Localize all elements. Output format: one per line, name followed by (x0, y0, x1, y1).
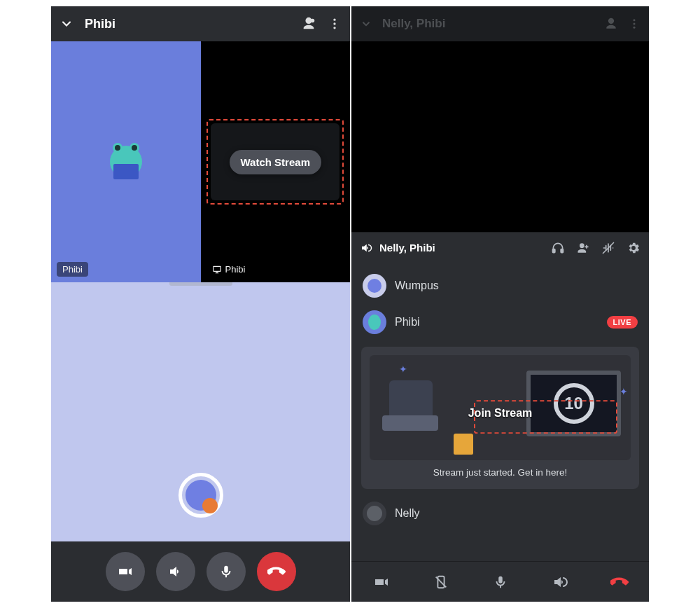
drag-handle-icon[interactable] (169, 282, 232, 286)
hangup-button[interactable] (257, 552, 296, 591)
member-name: Phibi (395, 316, 420, 329)
speaker-icon[interactable] (547, 574, 573, 590)
call-header: Phibi (51, 6, 350, 41)
member-row-phibi[interactable]: Phibi LIVE (361, 306, 639, 338)
call-title: Phibi (85, 17, 115, 32)
stream-user-name: Phibi (225, 264, 246, 275)
add-user-icon[interactable] (576, 241, 590, 255)
watch-stream-label: Watch Stream (241, 156, 310, 168)
dimmed-call-header: Nelly, Phibi (351, 6, 649, 41)
stream-message: Stream just started. Get in here! (433, 467, 567, 478)
settings-gear-icon[interactable] (626, 241, 640, 255)
member-row-nelly[interactable]: Nelly (361, 497, 639, 530)
svg-point-3 (333, 27, 335, 29)
camera-button[interactable] (106, 552, 145, 591)
join-stream-label: Join Stream (468, 407, 533, 419)
svg-rect-11 (553, 249, 555, 252)
member-row-wumpus[interactable]: Wumpus (361, 270, 639, 302)
voice-channel-header: Nelly, Phibi (351, 232, 649, 263)
participant-tile-self[interactable] (51, 282, 350, 541)
avatar-icon (363, 310, 386, 334)
mic-button[interactable] (206, 552, 246, 591)
stream-tile[interactable]: Watch Stream Phibi (201, 41, 351, 282)
mic-icon[interactable] (488, 574, 513, 590)
voice-channel-title: Nelly, Phibi (379, 242, 435, 254)
speaker-button[interactable] (156, 552, 195, 591)
participant-name-pill: Phibi (57, 262, 88, 277)
live-badge: LIVE (607, 316, 638, 329)
voice-action-bar (351, 561, 649, 602)
svg-point-0 (311, 19, 315, 23)
member-name: Nelly (395, 507, 420, 520)
svg-point-8 (634, 19, 636, 21)
participant-name: Phibi (62, 264, 83, 275)
stream-card: ✦ ✦ 10 Join Stream Stream just started. … (361, 347, 639, 489)
phone-right-voice-panel: Nelly, Phibi Nelly, Phibi (351, 6, 649, 602)
headphones-icon[interactable] (551, 241, 565, 255)
self-avatar-icon (183, 477, 219, 513)
svg-point-1 (333, 19, 335, 21)
participant-tile-phibi[interactable]: Phibi (51, 41, 201, 282)
join-stream-button[interactable]: Join Stream (468, 407, 533, 420)
screen-icon (212, 265, 222, 275)
noise-suppression-icon[interactable] (601, 241, 615, 255)
participant-grid: Phibi Watch Stream Phibi (51, 41, 350, 282)
screen-share-icon[interactable] (428, 574, 454, 590)
collapse-icon[interactable] (59, 17, 74, 31)
stream-name-pill: Phibi (206, 262, 251, 277)
disconnect-icon[interactable] (607, 573, 632, 591)
phone-left-call-view: Phibi Phibi (51, 6, 350, 602)
collapse-icon[interactable] (360, 18, 372, 30)
svg-rect-12 (561, 249, 563, 252)
svg-point-9 (634, 23, 636, 25)
frog-avatar-icon (110, 146, 142, 178)
call-action-bar (51, 541, 350, 602)
svg-rect-4 (213, 266, 220, 271)
dimmed-title: Nelly, Phibi (382, 17, 445, 31)
watch-stream-button[interactable]: Watch Stream (230, 150, 321, 174)
chair-illustration-icon (382, 380, 458, 450)
stream-illustration[interactable]: ✦ ✦ 10 Join Stream (370, 355, 631, 460)
black-video-area (351, 41, 649, 232)
popcorn-illustration-icon (454, 434, 473, 455)
voice-channel-body: Wumpus Phibi LIVE ✦ ✦ 10 J (351, 263, 649, 561)
avatar-icon (363, 502, 386, 525)
avatar-icon (363, 274, 386, 298)
svg-point-10 (634, 27, 636, 29)
svg-point-2 (333, 22, 335, 25)
member-name: Wumpus (395, 279, 439, 292)
members-icon[interactable] (604, 17, 618, 31)
members-icon[interactable] (301, 16, 316, 32)
more-icon[interactable] (328, 17, 342, 31)
speaker-loud-icon (360, 242, 372, 254)
camera-icon[interactable] (369, 574, 394, 590)
sparkle-icon: ✦ (399, 364, 407, 375)
more-icon[interactable] (628, 18, 640, 30)
